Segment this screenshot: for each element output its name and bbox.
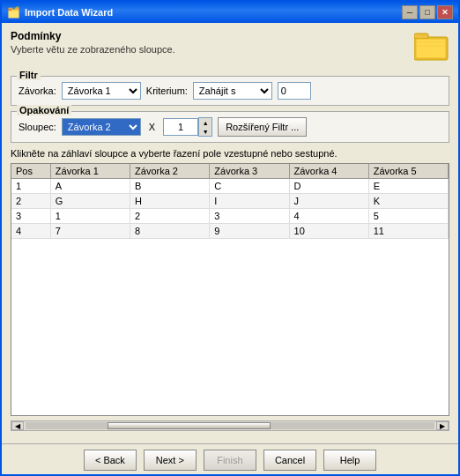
table-cell: 1 bbox=[11, 179, 50, 194]
title-bar-controls: ─ □ ✕ bbox=[402, 5, 453, 19]
col-header-pos[interactable]: Pos bbox=[11, 164, 50, 179]
opakovani-row: Sloupec: Závorka 1 Závorka 2 Závorka 3 X… bbox=[19, 117, 441, 137]
title-bar: 🗂️ Import Data Wizard ─ □ ✕ bbox=[2, 2, 458, 23]
window-content: Podmínky Vyberte větu ze zobrazeného slo… bbox=[2, 23, 458, 443]
import-wizard-window: 🗂️ Import Data Wizard ─ □ ✕ Podmínky Vyb… bbox=[0, 0, 460, 476]
table-cell: 3 bbox=[210, 209, 289, 224]
zavorka-label: Závorka: bbox=[19, 86, 56, 96]
window-title: Import Data Wizard bbox=[25, 7, 113, 18]
table-cell: E bbox=[368, 179, 448, 194]
minimize-button[interactable]: ─ bbox=[402, 5, 418, 19]
scrollbar-track[interactable] bbox=[26, 422, 434, 429]
finish-button[interactable]: Finish bbox=[204, 450, 256, 471]
rozsirenybtn[interactable]: Rozšířený Filtr ... bbox=[218, 117, 307, 137]
table-cell: 2 bbox=[11, 194, 50, 209]
back-button[interactable]: < Back bbox=[84, 450, 137, 471]
table-cell: 1 bbox=[50, 209, 130, 224]
table-row[interactable]: 2GHIJK bbox=[11, 194, 449, 209]
help-button[interactable]: Help bbox=[323, 450, 376, 471]
scrollbar-thumb[interactable] bbox=[108, 422, 271, 429]
folder-icon bbox=[414, 30, 449, 62]
zavorka-select[interactable]: Závorka 1 Závorka 2 Závorka 3 bbox=[62, 82, 141, 100]
bottom-bar: < Back Next > Finish Cancel Help bbox=[2, 443, 458, 474]
table-body: 1ABCDE2GHIJK31234547891011 bbox=[11, 179, 449, 239]
spinner-down-button[interactable]: ▼ bbox=[199, 127, 211, 136]
table-cell: B bbox=[130, 179, 210, 194]
table-cell: A bbox=[50, 179, 130, 194]
next-button[interactable]: Next > bbox=[144, 450, 197, 471]
table-cell: 10 bbox=[289, 224, 368, 239]
filtr-group: Filtr Závorka: Závorka 1 Závorka 2 Závor… bbox=[11, 76, 449, 106]
table-cell: 5 bbox=[368, 209, 448, 224]
spinner-buttons: ▲ ▼ bbox=[198, 117, 212, 137]
table-cell: C bbox=[210, 179, 289, 194]
data-table-container[interactable]: Pos Závorka 1 Závorka 2 Závorka 3 Závork… bbox=[11, 163, 449, 416]
table-cell: D bbox=[289, 179, 368, 194]
kriterium-label: Kriterium: bbox=[146, 86, 188, 96]
section-title: Podmínky bbox=[11, 30, 175, 42]
cancel-button[interactable]: Cancel bbox=[263, 450, 316, 471]
table-cell: 2 bbox=[130, 209, 210, 224]
data-table: Pos Závorka 1 Závorka 2 Závorka 3 Závork… bbox=[11, 164, 449, 239]
table-cell: 4 bbox=[11, 224, 50, 239]
sloupec-label: Sloupec: bbox=[19, 122, 56, 132]
col-header-zavorka1[interactable]: Závorka 1 bbox=[50, 164, 130, 179]
table-row[interactable]: 1ABCDE bbox=[11, 179, 449, 194]
info-text: Klikněte na záhlaví sloupce a vyberte řa… bbox=[11, 148, 449, 159]
window-icon: 🗂️ bbox=[7, 6, 20, 19]
close-button[interactable]: ✕ bbox=[437, 5, 453, 19]
table-cell: J bbox=[289, 194, 368, 209]
kriterium-select[interactable]: Zahájit s Obsahuje Rovná se bbox=[193, 82, 272, 100]
table-row[interactable]: 312345 bbox=[11, 209, 449, 224]
table-cell: I bbox=[210, 194, 289, 209]
table-cell: 7 bbox=[50, 224, 130, 239]
opakovani-group-title: Opakování bbox=[17, 105, 71, 115]
filtr-group-title: Filtr bbox=[17, 70, 41, 80]
sloupec-select[interactable]: Závorka 1 Závorka 2 Závorka 3 bbox=[62, 118, 141, 136]
scroll-left-button[interactable]: ◀ bbox=[11, 421, 24, 430]
maximize-button[interactable]: □ bbox=[419, 5, 435, 19]
horizontal-scrollbar[interactable]: ◀ ▶ bbox=[11, 420, 449, 431]
svg-rect-1 bbox=[414, 33, 428, 39]
filtr-row: Závorka: Závorka 1 Závorka 2 Závorka 3 K… bbox=[19, 82, 441, 100]
col-header-zavorka3[interactable]: Závorka 3 bbox=[210, 164, 289, 179]
section-desc: Vyberte větu ze zobrazeného sloupce. bbox=[11, 44, 175, 55]
table-cell: 3 bbox=[11, 209, 50, 224]
title-bar-left: 🗂️ Import Data Wizard bbox=[7, 6, 113, 19]
spinner-wrapper: ▲ ▼ bbox=[163, 117, 212, 137]
table-header: Pos Závorka 1 Závorka 2 Závorka 3 Závork… bbox=[11, 164, 449, 179]
svg-rect-2 bbox=[416, 39, 446, 58]
table-cell: G bbox=[50, 194, 130, 209]
spinner-up-button[interactable]: ▲ bbox=[199, 118, 211, 127]
table-cell: 11 bbox=[368, 224, 448, 239]
header-text: Podmínky Vyberte větu ze zobrazeného slo… bbox=[11, 30, 175, 55]
scroll-right-button[interactable]: ▶ bbox=[436, 421, 449, 430]
col-header-zavorka2[interactable]: Závorka 2 bbox=[130, 164, 210, 179]
header-area: Podmínky Vyberte větu ze zobrazeného slo… bbox=[11, 30, 449, 62]
table-row[interactable]: 47891011 bbox=[11, 224, 449, 239]
table-cell: 8 bbox=[130, 224, 210, 239]
col-header-zavorka4[interactable]: Závorka 4 bbox=[289, 164, 368, 179]
table-cell: K bbox=[368, 194, 448, 209]
table-cell: 4 bbox=[289, 209, 368, 224]
x-label: X bbox=[149, 122, 155, 132]
spinner-input[interactable] bbox=[163, 118, 198, 136]
table-cell: 9 bbox=[210, 224, 289, 239]
table-cell: H bbox=[130, 194, 210, 209]
kriterium-value-input[interactable] bbox=[278, 82, 311, 100]
col-header-zavorka5[interactable]: Závorka 5 bbox=[368, 164, 448, 179]
opakovani-group: Opakování Sloupec: Závorka 1 Závorka 2 Z… bbox=[11, 111, 449, 143]
